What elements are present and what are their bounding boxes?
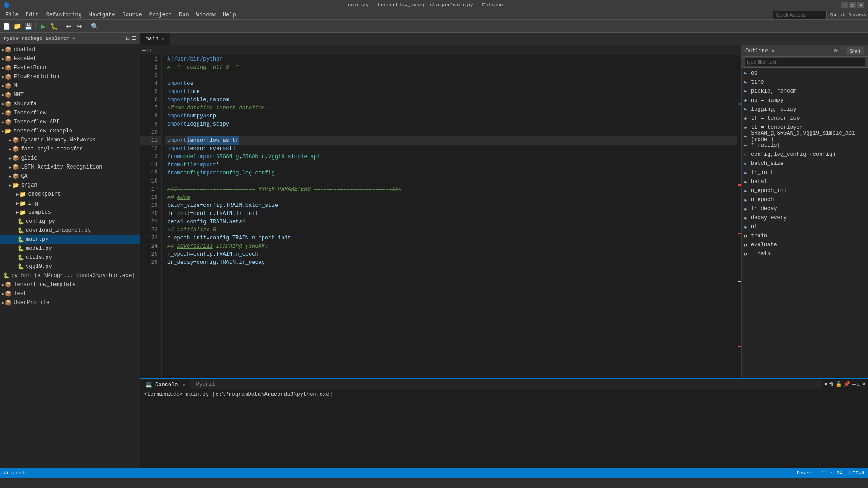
console-terminate-button[interactable]: ■ xyxy=(824,381,827,387)
code-line-25[interactable]: n_epoch = config.TRAIN.n_epoch xyxy=(165,250,737,258)
menu-refactoring[interactable]: Refactoring xyxy=(42,11,85,19)
menu-project[interactable]: Project xyxy=(146,11,175,19)
save-button[interactable]: 💾 xyxy=(24,22,33,31)
menu-help[interactable]: Help xyxy=(219,11,240,19)
explorer-item-lstm-activity[interactable]: ▶📦LSTM-Activity Recognition xyxy=(0,163,140,172)
code-line-9[interactable]: import logging, scipy xyxy=(165,120,737,128)
code-line-8[interactable]: ⚠import numpy as np xyxy=(165,112,737,120)
code-line-21[interactable]: beta1 = config.TRAIN.beta1 xyxy=(165,218,737,226)
explorer-item-ml[interactable]: ▶📦ML xyxy=(0,81,140,90)
code-line-1[interactable]: #!/usr/bin/python xyxy=(165,55,737,63)
window-controls[interactable]: ─ □ ✕ xyxy=(841,2,864,8)
code-editor[interactable]: 1234567891011121314151617181920212223242… xyxy=(140,55,741,378)
undo-button[interactable]: ↩ xyxy=(64,22,73,31)
code-line-13[interactable]: ✖from model import SRGAN_g, SRGAN_d, Vgg… xyxy=(165,153,737,161)
start-button[interactable]: Start xyxy=(846,47,864,55)
explorer-item-nmt[interactable]: ▶📦NMT xyxy=(0,90,140,99)
outline-item-batch_size[interactable]: ◈batch_size xyxy=(742,159,868,168)
explorer-item-model-py[interactable]: 🐍model.py xyxy=(0,244,140,253)
explorer-item-qa[interactable]: ▶📦QA xyxy=(0,172,140,181)
explorer-item-checkpoint[interactable]: ▶📁checkpoint xyxy=(0,190,140,199)
explorer-item-facenet[interactable]: ▶📦FaceNet xyxy=(0,54,140,63)
menu-run[interactable]: Run xyxy=(175,11,193,19)
quick-access-input[interactable] xyxy=(773,11,827,19)
outline-item-n_epoch[interactable]: ◈n_epoch xyxy=(742,195,868,204)
open-button[interactable]: 📁 xyxy=(13,22,22,31)
code-line-10[interactable] xyxy=(165,128,737,136)
menu-edit[interactable]: Edit xyxy=(22,11,42,19)
menu-window[interactable]: Window xyxy=(193,11,219,19)
tab-main-close[interactable]: ✕ xyxy=(161,36,164,42)
outline-item-train[interactable]: ⚙train xyxy=(742,231,868,240)
code-line-20[interactable]: lr_init = config.TRAIN.lr_init xyxy=(165,210,737,218)
outline-item-srgan_g[interactable]: ↪SRGAN_g,SRGAN_d,Vgg19_simple_api (model… xyxy=(742,132,868,141)
code-line-6[interactable]: ⚠import pickle, random xyxy=(165,96,737,104)
console-pin-button[interactable]: 📌 xyxy=(844,381,850,387)
explorer-item-main-py[interactable]: 🐍main.py xyxy=(0,235,140,244)
editor-max-button[interactable]: □ xyxy=(147,47,151,53)
explorer-item-img[interactable]: ▶📁img xyxy=(0,199,140,208)
outline-filter-input[interactable] xyxy=(745,58,865,66)
console-close-button[interactable]: ✕ xyxy=(862,381,866,387)
tab-pyunit[interactable]: PyUnit xyxy=(190,380,221,389)
explorer-item-utils-py[interactable]: 🐍utils.py xyxy=(0,253,140,262)
outline-item-config_log[interactable]: ↪config,log_config (config) xyxy=(742,150,868,159)
explorer-item-userprofile[interactable]: ▶📦UserProfile xyxy=(0,298,140,307)
explorer-item-samples[interactable]: ▶📁samples xyxy=(0,208,140,217)
maximize-button[interactable]: □ xyxy=(849,2,856,8)
close-button[interactable]: ✕ xyxy=(857,2,864,8)
code-line-12[interactable]: import tensorlayer as tl xyxy=(165,145,737,153)
outline-menu-button[interactable]: ☰ xyxy=(840,47,844,55)
tab-console[interactable]: 💻 Console ✕ xyxy=(140,380,190,389)
code-line-26[interactable]: lr_decay = config.TRAIN.lr_decay xyxy=(165,258,737,267)
explorer-item-glcic[interactable]: ▶📦glcic xyxy=(0,154,140,163)
code-line-23[interactable]: n_epoch_init = config.TRAIN.n_epoch_init xyxy=(165,234,737,242)
explorer-item-chatbot[interactable]: ▶📦chatbot xyxy=(0,45,140,54)
code-line-11[interactable]: import tensorflow as tf xyxy=(165,136,737,145)
explorer-item-tensorflow_api[interactable]: ▶📦Tensorflow_API xyxy=(0,117,140,127)
code-line-7[interactable]: #from datetime import datetime xyxy=(165,104,737,112)
outline-item-__main__[interactable]: ⚙__main__ xyxy=(742,249,868,258)
redo-button[interactable]: ↪ xyxy=(75,22,84,31)
minimize-button[interactable]: ─ xyxy=(841,2,848,8)
outline-item-beta1[interactable]: ◈beta1 xyxy=(742,177,868,186)
tab-main[interactable]: main ✕ xyxy=(140,33,170,45)
explorer-collapse-button[interactable]: ⊟ xyxy=(126,35,130,41)
menu-file[interactable]: File xyxy=(2,11,22,19)
code-line-19[interactable]: batch_size = config.TRAIN.batch_size xyxy=(165,202,737,210)
editor-min-button[interactable]: ─ xyxy=(142,47,146,53)
outline-item-time[interactable]: ↪time xyxy=(742,78,868,87)
explorer-item-download-imagenet[interactable]: 🐍download_imagenet.py xyxy=(0,226,140,235)
code-line-24[interactable]: ## adversarial learning (SRGAN) xyxy=(165,242,737,250)
code-line-22[interactable]: ## initialize G xyxy=(165,226,737,234)
code-line-5[interactable]: import time xyxy=(165,88,737,96)
code-line-17[interactable]: ###======================== HYPER-PARAME… xyxy=(165,185,737,193)
outline-item-lr_init[interactable]: ◈lr_init xyxy=(742,168,868,177)
console-scroll-lock-button[interactable]: 🔒 xyxy=(835,381,842,387)
explorer-item-srgan[interactable]: ▶📂srgan xyxy=(0,181,140,190)
explorer-item-fast-style-transfer[interactable]: ▶📦fast-style-transfer xyxy=(0,145,140,154)
explorer-item-config-py[interactable]: 🐍config.py xyxy=(0,217,140,226)
code-line-4[interactable]: import os xyxy=(165,80,737,88)
outline-item-utils[interactable]: ↪* (utils) xyxy=(742,141,868,150)
code-line-14[interactable]: from utils import * xyxy=(165,161,737,169)
debug-button[interactable]: 🐛 xyxy=(49,22,58,31)
outline-item-os[interactable]: ↪os xyxy=(742,69,868,78)
outline-item-pickle_random[interactable]: ↪pickle, random xyxy=(742,87,868,96)
outline-item-evaluate[interactable]: ⚙evaluate xyxy=(742,240,868,249)
run-button[interactable]: ▶ xyxy=(38,22,47,31)
console-clear-button[interactable]: 🗑 xyxy=(829,381,834,387)
code-content[interactable]: #!/usr/bin/python# -*- coding: utf-8 -*-… xyxy=(162,55,737,378)
explorer-item-dynamic-memory[interactable]: ▶📦Dynamic-Memory-Networks xyxy=(0,136,140,145)
menu-navigate[interactable]: Navigate xyxy=(85,11,119,19)
outline-sync-button[interactable]: ⟳ xyxy=(834,47,838,55)
explorer-menu-button[interactable]: ☰ xyxy=(132,35,136,41)
explorer-item-tensorflow_example[interactable]: ▶📂tensorflow_example xyxy=(0,127,140,136)
explorer-item-fasterrcnn[interactable]: ▶📦FasterRcnn xyxy=(0,63,140,72)
explorer-item-test[interactable]: ▶📦Test xyxy=(0,289,140,298)
outline-item-n_epoch_init[interactable]: ◈n_epoch_init xyxy=(742,186,868,195)
explorer-item-vgg19-py[interactable]: 🐍vgg19.py xyxy=(0,262,140,271)
menu-source[interactable]: Source xyxy=(118,11,145,19)
console-max-button[interactable]: □ xyxy=(857,381,860,387)
code-line-3[interactable] xyxy=(165,71,737,80)
